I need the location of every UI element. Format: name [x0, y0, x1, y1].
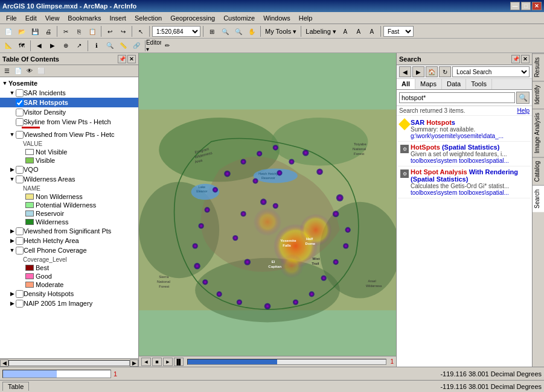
toc-checkbox-skyline[interactable] — [16, 118, 24, 126]
toc-hscroll[interactable]: ◀ ▶ — [0, 358, 138, 367]
toc-expand-cell[interactable]: ▼ — [8, 247, 16, 253]
toc-viewshed[interactable]: ▼ Viewshed from View Pts - Hetc — [0, 130, 138, 139]
toc-selection-view[interactable]: ⬜ — [36, 66, 46, 76]
toc-checkbox-viewshed[interactable] — [16, 131, 24, 139]
full-extent-button[interactable]: ⊕ — [60, 40, 72, 52]
right-tab-results[interactable]: Results — [533, 53, 545, 81]
identify-button[interactable]: ℹ — [91, 40, 103, 52]
zoom-full-button[interactable]: ⊞ — [206, 25, 218, 37]
layout-view-button[interactable]: 📐 — [2, 40, 14, 52]
map-progress-bar[interactable] — [187, 359, 386, 365]
right-tab-search[interactable]: Search — [533, 185, 545, 212]
editor-dropdown[interactable]: Editor ▾ — [148, 40, 160, 52]
measure-button[interactable]: 📏 — [117, 40, 129, 52]
right-tab-identify[interactable]: Identify — [533, 81, 545, 108]
toc-expand-viewshed-sig[interactable]: ▶ — [8, 228, 16, 234]
toc-expand-naip[interactable]: ▶ — [8, 300, 16, 306]
minimize-button[interactable]: — — [510, 2, 520, 10]
toc-checkbox-cell[interactable] — [16, 247, 24, 254]
hyperlink-button[interactable]: 🔗 — [130, 40, 142, 52]
toc-checkbox-density[interactable] — [16, 290, 24, 298]
undo-button[interactable]: ↩ — [104, 25, 116, 37]
toc-expand-sar[interactable]: ▼ — [8, 90, 16, 96]
zoom-in-button[interactable]: 🔍 — [219, 25, 231, 37]
maximize-button[interactable]: □ — [521, 2, 531, 10]
search-result-2[interactable]: ⚙ HotSpots (Spatial Statistics) Given a … — [398, 142, 531, 166]
toc-visibility-view[interactable]: 👁 — [24, 66, 35, 76]
prev-extent-button[interactable]: ◀ — [33, 40, 45, 52]
toc-visitor-density[interactable]: Visitor Density — [0, 107, 138, 117]
toc-expand-yosemite[interactable]: ▼ — [1, 80, 8, 86]
data-view-button[interactable]: 🗺 — [16, 40, 28, 52]
toc-density-hotspots[interactable]: ▶ Density Hotspots — [0, 289, 138, 299]
menu-windows[interactable]: Windows — [260, 13, 294, 23]
toc-vqo[interactable]: ▶ VQO — [0, 165, 138, 174]
edit-tool[interactable]: ✏ — [161, 40, 173, 52]
menu-geoprocessing[interactable]: Geoprocessing — [167, 13, 219, 23]
map-record-button[interactable]: ▐▌ — [174, 358, 184, 366]
paste-button[interactable]: 📋 — [86, 25, 98, 37]
toc-expand-wilderness[interactable]: ▼ — [8, 176, 16, 182]
toc-hetch-hetchy[interactable]: ▶ Hetch Hetchy Area — [0, 236, 138, 245]
toc-checkbox-vqo[interactable] — [16, 166, 24, 174]
search-refresh-button[interactable]: ↻ — [439, 66, 451, 77]
toc-sar-hotspots[interactable]: SAR Hotspots — [0, 98, 138, 107]
menu-bookmarks[interactable]: Bookmarks — [64, 13, 104, 23]
toc-cell-phone[interactable]: ▼ Cell Phone Coverage — [0, 245, 138, 255]
toc-sar-incidents[interactable]: ▼ SAR Incidents — [0, 88, 138, 98]
right-tab-catalog[interactable]: Catalog — [533, 157, 545, 185]
search-tab-tools[interactable]: Tools — [466, 79, 492, 89]
label-btn-c[interactable]: A — [366, 25, 378, 37]
pointer-button[interactable]: ↖ — [135, 25, 147, 37]
search-close-button[interactable]: ✕ — [521, 55, 530, 63]
toc-hscroll-track[interactable] — [8, 360, 130, 366]
toc-scroll-right[interactable]: ▶ — [130, 359, 138, 367]
right-tab-image-analysis[interactable]: Image Analysis — [533, 109, 545, 157]
search-result-1[interactable]: SAR Hotspots Summary: not available. g:\… — [398, 117, 531, 142]
fast-combo[interactable]: Fast — [383, 26, 414, 37]
menu-view[interactable]: View — [42, 13, 63, 23]
label-btn-a[interactable]: A — [339, 25, 351, 37]
select-button[interactable]: ↗ — [73, 40, 85, 52]
search-go-button[interactable]: 🔍 — [516, 92, 530, 104]
toc-checkbox-viewshed-sig[interactable] — [16, 227, 24, 235]
toc-checkbox-wilderness[interactable] — [16, 175, 24, 183]
search-help-link[interactable]: Help — [517, 107, 530, 114]
search-tab-data[interactable]: Data — [442, 79, 466, 89]
close-button[interactable]: ✕ — [532, 2, 542, 10]
print-button[interactable]: 🖨 — [42, 25, 54, 37]
scale-combo[interactable]: 1:520,684 — [152, 26, 200, 37]
toc-viewshed-sig[interactable]: ▶ Viewshed from Significant Pts — [0, 226, 138, 236]
next-extent-button[interactable]: ▶ — [46, 40, 59, 52]
toc-close-button[interactable]: ✕ — [127, 55, 136, 63]
map-area[interactable]: Emigrant Wilderness Area Toiyabe Nationa… — [139, 53, 396, 367]
cut-button[interactable]: ✂ — [60, 25, 72, 37]
labeling-label[interactable]: Labeling ▾ — [304, 28, 338, 36]
menu-help[interactable]: Help — [295, 13, 316, 23]
search-result-3[interactable]: ⚙ Hot Spot Analysis With Rendering (Spat… — [398, 166, 531, 198]
copy-button[interactable]: ⎘ — [73, 25, 85, 37]
toc-checkbox-sar-hotspots[interactable] — [16, 99, 24, 107]
search-forward-button[interactable]: ▶ — [412, 66, 424, 77]
search-tab-maps[interactable]: Maps — [415, 79, 442, 89]
mytools-label[interactable]: My Tools ▾ — [263, 28, 298, 36]
toc-expand-density[interactable]: ▶ — [8, 291, 16, 297]
table-tab[interactable]: Table — [2, 382, 29, 391]
label-btn-b[interactable]: A — [353, 25, 365, 37]
toc-checkbox-sar-incidents[interactable] — [16, 89, 24, 97]
menu-file[interactable]: File — [2, 13, 21, 23]
open-button[interactable]: 📂 — [16, 25, 28, 37]
new-button[interactable]: 📄 — [2, 25, 14, 37]
menu-customize[interactable]: Customize — [220, 13, 258, 23]
toc-expand-vqo[interactable]: ▶ — [8, 166, 16, 172]
toc-scroll-left[interactable]: ◀ — [0, 359, 8, 367]
toc-expand-hetch[interactable]: ▶ — [8, 238, 16, 244]
map-stop-button[interactable]: ■ — [152, 358, 162, 366]
redo-button[interactable]: ↪ — [117, 25, 129, 37]
search-location-combo[interactable]: Local Search — [452, 66, 530, 77]
toc-expand-viewshed[interactable]: ▼ — [8, 131, 16, 138]
map-next-button[interactable]: ► — [163, 358, 173, 366]
menu-edit[interactable]: Edit — [22, 13, 40, 23]
toc-wilderness-areas[interactable]: ▼ Wilderness Areas — [0, 174, 138, 184]
toc-checkbox-visitor-density[interactable] — [16, 109, 24, 116]
